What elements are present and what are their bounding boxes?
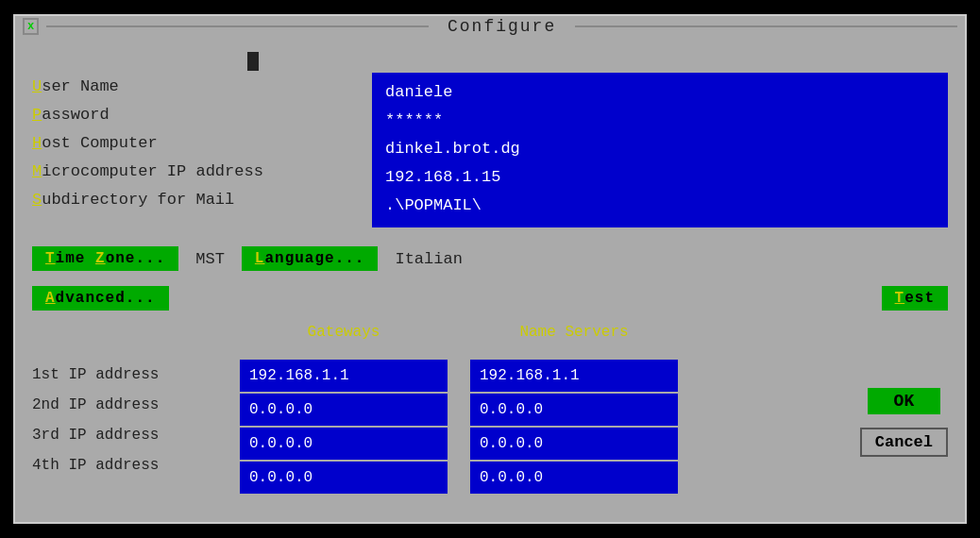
host-hotkey: H: [32, 134, 42, 152]
language-button[interactable]: Language...: [242, 246, 379, 271]
ip-labels-col: 1st IP address 2nd IP address 3rd IP add…: [32, 360, 230, 480]
nameservers-title: Name Servers: [519, 324, 628, 341]
ns-3-value[interactable]: 0.0.0.0: [480, 429, 668, 458]
password-hotkey: P: [32, 106, 42, 124]
ok-button-wrap: OK: [868, 388, 941, 414]
ip-label-4: 4th IP address: [32, 450, 230, 480]
host-label: Host Computer: [32, 129, 372, 158]
subdir-label: Subdirectory for Mail: [32, 186, 372, 214]
gateway-4-value[interactable]: 0.0.0.0: [249, 463, 438, 492]
timezone-button-wrap: Time Zone...: [32, 246, 178, 271]
gateway-3-box[interactable]: 0.0.0.0: [240, 428, 448, 460]
title-bar: x Configure: [15, 14, 965, 39]
timezone-language-row: Time Zone... MST Language... Italian: [32, 246, 948, 271]
nameservers-header: Name Servers: [470, 324, 678, 341]
window-badge[interactable]: x: [23, 18, 39, 35]
column-headers: Gateways Name Servers: [32, 324, 948, 341]
username-value[interactable]: daniele: [385, 78, 935, 107]
test-hotkey: T: [895, 290, 905, 307]
nameservers-col: 192.168.1.1 0.0.0.0 0.0.0.0 0.0.0.0: [470, 360, 678, 496]
ns-2-box[interactable]: 0.0.0.0: [470, 394, 678, 426]
host-value[interactable]: dinkel.brot.dg: [385, 135, 935, 163]
test-button-wrap: Test: [882, 286, 948, 311]
microcomputer-label: Microcomputer IP address: [32, 158, 372, 186]
gateway-2-box[interactable]: 0.0.0.0: [240, 394, 448, 426]
bottom-section: 1st IP address 2nd IP address 3rd IP add…: [32, 360, 948, 496]
advanced-hotkey: A: [45, 290, 56, 307]
gateways-header: Gateways: [240, 324, 448, 341]
ns-4-box[interactable]: 0.0.0.0: [470, 462, 678, 494]
window-title: Configure: [436, 17, 567, 36]
ok-cancel-col: OK Cancel: [860, 388, 948, 457]
ip-label-2: 2nd IP address: [32, 390, 230, 420]
gateway-1-value[interactable]: 192.168.1.1: [249, 361, 438, 390]
gateways-col: 192.168.1.1 0.0.0.0 0.0.0.0 0.0.0.0: [240, 360, 448, 496]
gateway-2-value[interactable]: 0.0.0.0: [249, 395, 438, 424]
advanced-button-wrap: Advanced...: [32, 286, 169, 311]
cancel-button-wrap: Cancel: [860, 428, 948, 457]
username-hotkey: U: [32, 77, 42, 95]
microcomputer-hotkey: M: [32, 162, 42, 180]
gateways-title: Gateways: [308, 324, 380, 341]
field-values-box: daniele ****** dinkel.brot.dg 192.168.1.…: [372, 73, 948, 227]
microcomputer-value[interactable]: 192.168.1.15: [385, 163, 935, 192]
ns-1-value[interactable]: 192.168.1.1: [480, 361, 668, 390]
language-value: Italian: [395, 250, 462, 268]
timezone-value: MST: [195, 250, 225, 268]
password-value[interactable]: ******: [385, 107, 935, 135]
password-label: Password: [32, 101, 372, 129]
username-label: User Name: [32, 73, 372, 101]
title-line-left: [46, 25, 429, 27]
ns-2-value[interactable]: 0.0.0.0: [480, 395, 668, 424]
language-hotkey: L: [255, 250, 265, 267]
gateway-3-value[interactable]: 0.0.0.0: [249, 429, 438, 458]
ip-label-1: 1st IP address: [32, 360, 230, 390]
timezone-button[interactable]: Time Zone...: [32, 246, 178, 271]
ns-1-box[interactable]: 192.168.1.1: [470, 360, 678, 392]
ip-label-3: 3rd IP address: [32, 420, 230, 450]
configure-window: x Configure User Name Password Host Comp…: [13, 14, 967, 524]
test-button[interactable]: Test: [882, 286, 948, 311]
header-spacer: [32, 324, 230, 341]
ok-button[interactable]: OK: [868, 388, 941, 414]
cancel-button[interactable]: Cancel: [860, 428, 948, 457]
test-button-wrapper: Test: [882, 286, 948, 311]
gateway-4-box[interactable]: 0.0.0.0: [240, 462, 448, 494]
advanced-button[interactable]: Advanced...: [32, 286, 169, 311]
title-line-right: [575, 25, 957, 27]
fields-section: User Name Password Host Computer Microco…: [32, 73, 948, 227]
field-labels: User Name Password Host Computer Microco…: [32, 73, 372, 214]
timezone-hotkey: T: [45, 250, 56, 267]
window-controls: x: [23, 18, 39, 35]
ns-4-value[interactable]: 0.0.0.0: [480, 463, 668, 492]
ns-3-box[interactable]: 0.0.0.0: [470, 428, 678, 460]
advanced-test-row: Advanced... Test: [32, 286, 948, 311]
subdir-hotkey: S: [32, 191, 42, 209]
timezone-z-hotkey: Z: [95, 250, 106, 267]
language-button-wrap: Language...: [242, 246, 379, 271]
gateway-1-box[interactable]: 192.168.1.1: [240, 360, 448, 392]
subdir-value[interactable]: .\POPMAIL\: [385, 192, 935, 220]
cursor: [247, 52, 259, 71]
main-content: User Name Password Host Computer Microco…: [32, 52, 948, 496]
